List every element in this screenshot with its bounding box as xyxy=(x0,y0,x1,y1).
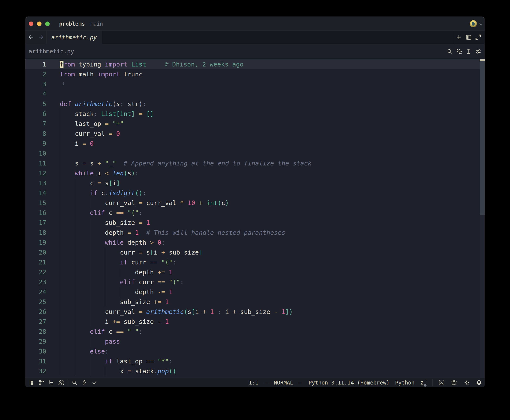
code-line-28[interactable]: 28 elif c == " ": xyxy=(25,327,480,337)
scrollbar[interactable] xyxy=(480,59,485,378)
line-number[interactable]: 9 xyxy=(25,139,46,149)
avatar[interactable] xyxy=(470,20,477,27)
code-editor[interactable]: 1from typing import ListDhison, 2 weeks … xyxy=(25,59,485,378)
zap-icon[interactable] xyxy=(81,379,88,386)
line-number[interactable]: 18 xyxy=(25,228,46,238)
edit-prediction-icon[interactable]: z✦ xyxy=(420,379,427,386)
ibeam-icon[interactable] xyxy=(465,48,472,55)
chevron-down-icon[interactable] xyxy=(478,22,483,27)
tab-arithmetic-py[interactable]: arithmetic.py xyxy=(46,31,102,44)
line-number[interactable]: 28 xyxy=(25,327,46,337)
line-number[interactable]: 2 xyxy=(25,69,46,79)
code-line-21[interactable]: 21 if curr == "(": xyxy=(25,257,480,267)
line-number[interactable]: 25 xyxy=(25,297,46,307)
line-number[interactable]: 4 xyxy=(25,89,46,99)
line-number[interactable]: 29 xyxy=(25,337,46,346)
code-line-24[interactable]: 24 depth -= 1 xyxy=(25,287,480,297)
cursor-position[interactable]: 1:1 xyxy=(249,380,258,386)
bug-icon[interactable] xyxy=(451,379,458,386)
code-line-3[interactable]: 3 xyxy=(25,79,480,89)
code-line-1[interactable]: 1from typing import ListDhison, 2 weeks … xyxy=(25,59,480,69)
code-line-30[interactable]: 30 else: xyxy=(25,346,480,356)
line-number[interactable]: 1 xyxy=(25,59,46,69)
line-number[interactable]: 23 xyxy=(25,277,46,287)
line-number[interactable]: 19 xyxy=(25,238,46,248)
close-window-button[interactable] xyxy=(29,22,33,26)
line-number[interactable]: 30 xyxy=(25,346,46,356)
code-line-10[interactable]: 10 xyxy=(25,149,480,158)
code-line-6[interactable]: 6 stack: List[int] = [] xyxy=(25,109,480,119)
tune-icon[interactable] xyxy=(475,48,482,55)
git-branch-icon[interactable] xyxy=(38,379,45,386)
code-line-5[interactable]: 5def arithmetic(s: str): xyxy=(25,99,480,109)
code-line-16[interactable]: 16 elif c == "(": xyxy=(25,208,480,218)
line-number[interactable]: 20 xyxy=(25,248,46,257)
code-line-31[interactable]: 31 if last_op == "*": xyxy=(25,356,480,366)
git-blame[interactable]: Dhison, 2 weeks ago xyxy=(165,59,244,69)
line-number[interactable]: 7 xyxy=(25,119,46,129)
branch-name[interactable]: main xyxy=(90,21,103,27)
line-number[interactable]: 8 xyxy=(25,129,46,139)
code-line-32[interactable]: 32 x = stack.pop() xyxy=(25,366,480,376)
breadcrumb[interactable]: arithmetic.py xyxy=(29,48,74,55)
code-line-23[interactable]: 23 elif curr == ")": xyxy=(25,277,480,287)
code-line-15[interactable]: 15 curr_val = curr_val * 10 + int(c) xyxy=(25,198,480,208)
line-number[interactable]: 10 xyxy=(25,149,46,158)
expand-icon[interactable] xyxy=(475,34,482,41)
project-title[interactable]: problems xyxy=(59,21,85,27)
sparkles-icon[interactable] xyxy=(463,379,470,386)
line-number[interactable]: 27 xyxy=(25,317,46,327)
scrollbar-thumb[interactable] xyxy=(480,61,485,215)
line-number[interactable]: 12 xyxy=(25,168,46,178)
project-panel-icon[interactable] xyxy=(28,379,35,386)
zoom-window-button[interactable] xyxy=(45,22,50,26)
code-line-22[interactable]: 22 depth += 1 xyxy=(25,267,480,277)
code-line-29[interactable]: 29 pass xyxy=(25,337,480,346)
split-pane-icon[interactable] xyxy=(465,34,472,41)
code-line-18[interactable]: 18 depth = 1 # This will handle nested p… xyxy=(25,228,480,238)
interpreter-selector[interactable]: Python 3.11.14 (Homebrew) xyxy=(308,380,390,386)
back-arrow-icon[interactable] xyxy=(27,34,34,41)
code-line-20[interactable]: 20 curr = s[i + sub_size] xyxy=(25,248,480,257)
line-number[interactable]: 5 xyxy=(25,99,46,109)
collab-icon[interactable] xyxy=(58,379,65,386)
line-number[interactable]: 24 xyxy=(25,287,46,297)
code-line-26[interactable]: 26 curr_val = arithmetic(s[i + 1 : i + s… xyxy=(25,307,480,317)
bell-icon[interactable] xyxy=(476,379,482,386)
line-number[interactable]: 17 xyxy=(25,218,46,228)
line-number[interactable]: 22 xyxy=(25,267,46,277)
line-number[interactable]: 13 xyxy=(25,178,46,188)
outline-icon[interactable] xyxy=(48,379,55,386)
plus-icon[interactable] xyxy=(455,34,462,41)
code-line-17[interactable]: 17 sub_size = 1 xyxy=(25,218,480,228)
code-line-4[interactable]: 4 xyxy=(25,89,480,99)
line-number[interactable]: 15 xyxy=(25,198,46,208)
code-line-14[interactable]: 14 if c.isdigit(): xyxy=(25,188,480,198)
code-line-9[interactable]: 9 i = 0 xyxy=(25,139,480,149)
code-line-25[interactable]: 25 sub_size += 1 xyxy=(25,297,480,307)
terminal-icon[interactable] xyxy=(438,379,445,386)
line-number[interactable]: 32 xyxy=(25,366,46,376)
line-number[interactable]: 16 xyxy=(25,208,46,218)
sparkles-icon[interactable] xyxy=(456,48,463,55)
code-line-11[interactable]: 11 s = s + "_" # Append anything at the … xyxy=(25,158,480,168)
edit-prediction-hint-icon[interactable] xyxy=(61,82,66,86)
language-selector[interactable]: Python xyxy=(395,380,414,386)
code-line-27[interactable]: 27 i += sub_size - 1 xyxy=(25,317,480,327)
check-icon[interactable] xyxy=(91,379,98,386)
search-icon[interactable] xyxy=(446,48,453,55)
line-number[interactable]: 14 xyxy=(25,188,46,198)
line-number[interactable]: 11 xyxy=(25,158,46,168)
forward-arrow-icon[interactable] xyxy=(38,34,45,41)
line-number[interactable]: 3 xyxy=(25,79,46,89)
code-line-7[interactable]: 7 last_op = "+" xyxy=(25,119,480,129)
line-number[interactable]: 21 xyxy=(25,257,46,267)
code-line-8[interactable]: 8 curr_val = 0 xyxy=(25,129,480,139)
line-number[interactable]: 31 xyxy=(25,356,46,366)
code-line-2[interactable]: 2from math import trunc xyxy=(25,69,480,79)
line-number[interactable]: 26 xyxy=(25,307,46,317)
minimize-window-button[interactable] xyxy=(37,22,42,26)
search-icon[interactable] xyxy=(71,379,78,386)
code-line-19[interactable]: 19 while depth > 0: xyxy=(25,238,480,248)
code-line-12[interactable]: 12 while i < len(s): xyxy=(25,168,480,178)
